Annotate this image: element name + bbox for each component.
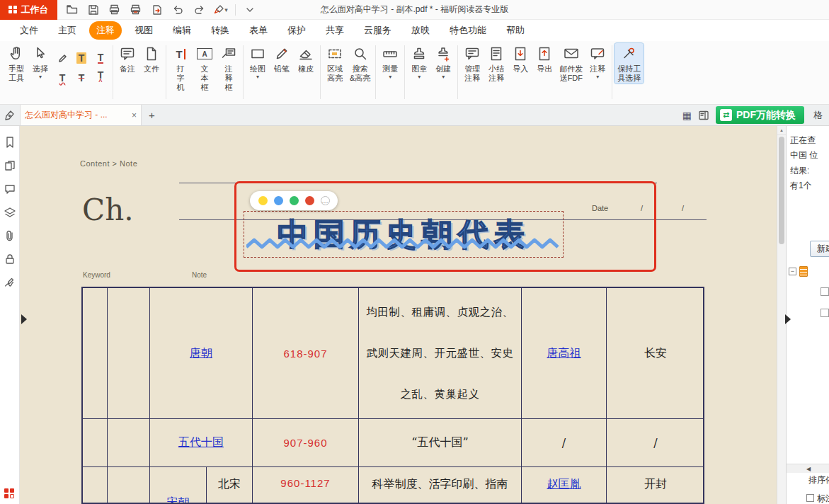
founder-link[interactable]: 赵匡胤 xyxy=(547,477,581,492)
thumbnail-grid-icon[interactable]: ▦ xyxy=(682,110,692,121)
strikeout-text-button[interactable]: T xyxy=(73,69,90,87)
create-stamp-label: 创建 xyxy=(435,64,451,74)
result-item-checkbox[interactable] xyxy=(821,287,829,296)
menu-comment[interactable]: 注释 xyxy=(89,21,122,40)
menu-view[interactable]: 视图 xyxy=(127,21,160,40)
menu-features[interactable]: 特色功能 xyxy=(442,21,493,40)
textbox-icon: A xyxy=(197,44,212,64)
menu-home[interactable]: 主页 xyxy=(51,21,84,40)
select-tool[interactable]: 选择 ▾ xyxy=(28,43,52,81)
insert-text-button[interactable]: T^ xyxy=(92,69,109,87)
pen-nib-icon[interactable] xyxy=(4,110,16,121)
annotation-panel-icon[interactable] xyxy=(698,110,709,121)
eraser-tool[interactable]: 橡皮 xyxy=(294,43,318,74)
customize-toolbar-button[interactable] xyxy=(241,1,259,18)
security-lock-icon[interactable] xyxy=(4,253,16,265)
yellow-color-dot[interactable] xyxy=(258,196,268,205)
redo-button[interactable] xyxy=(190,1,209,18)
menu-help[interactable]: 帮助 xyxy=(499,21,532,40)
workspace-button[interactable]: 工作台 xyxy=(0,0,57,20)
pencil-tool[interactable]: 铅笔 xyxy=(270,43,294,74)
scrollbar-thumb[interactable] xyxy=(779,137,784,244)
filter-checkbox[interactable] xyxy=(806,494,814,502)
menu-file[interactable]: 文件 xyxy=(13,21,45,40)
print-button[interactable] xyxy=(105,1,124,18)
tab-close-icon[interactable]: × xyxy=(132,110,137,120)
manage-comments-tool[interactable]: 管理 注释 xyxy=(460,43,484,84)
pages-icon[interactable] xyxy=(4,159,16,172)
textbox-tool[interactable]: A 文 本 框 xyxy=(193,43,217,93)
create-stamp-tool[interactable]: 创建 ▾ xyxy=(431,43,455,81)
result-document-icon[interactable] xyxy=(799,266,808,277)
comments-icon[interactable] xyxy=(4,183,16,195)
keep-tool-selected-toggle[interactable]: 保持工 具选择 xyxy=(614,43,644,84)
drawing-tool[interactable]: 绘图 ▾ xyxy=(246,43,270,81)
typewriter-tool[interactable]: T 打 字 机 xyxy=(168,43,193,93)
promo-grid-icon[interactable] xyxy=(4,488,15,499)
menu-edit[interactable]: 编辑 xyxy=(166,21,198,40)
menu-convert[interactable]: 转换 xyxy=(204,21,236,40)
measure-tool[interactable]: 测量 ▾ xyxy=(378,43,402,81)
founder-link[interactable]: 唐高祖 xyxy=(547,346,581,361)
area-highlight-tool[interactable]: 区域 高亮 xyxy=(323,43,347,84)
document-tab[interactable]: 怎么面对高中学习 - ... × xyxy=(20,105,142,125)
menu-cloud[interactable]: 云服务 xyxy=(357,21,399,40)
underline-text-button[interactable]: T xyxy=(92,49,109,67)
headline-selection-box[interactable]: 中国历史朝代表 xyxy=(244,211,564,258)
export-comments-label: 导出 xyxy=(537,64,552,74)
tree-expander-icon[interactable]: − xyxy=(789,268,796,275)
more-colors-icon[interactable]: … xyxy=(321,196,330,205)
new-search-button[interactable]: 新建 xyxy=(810,241,829,257)
menu-present[interactable]: 放映 xyxy=(404,21,437,40)
squiggly-text-button[interactable]: T xyxy=(54,69,71,87)
result-item-checkbox[interactable] xyxy=(821,309,829,317)
highlight-pencil-button[interactable] xyxy=(54,49,71,67)
export-comments-tool[interactable]: 导出 xyxy=(532,43,556,74)
menu-protect[interactable]: 保护 xyxy=(280,21,313,40)
comments-dropdown-tool[interactable]: 注释 ▾ xyxy=(585,43,610,81)
scroll-left-icon[interactable]: ◀ xyxy=(806,466,811,472)
menu-form[interactable]: 表单 xyxy=(242,21,275,40)
right-panel-collapse-handle[interactable] xyxy=(785,314,791,324)
highlight-text-button[interactable]: T xyxy=(73,49,90,67)
blue-color-dot[interactable] xyxy=(274,196,283,205)
quick-print-button[interactable] xyxy=(127,1,145,18)
file-icon xyxy=(143,44,160,64)
format-panel-tab-partial[interactable]: 格 xyxy=(813,109,829,122)
file-attach-tool[interactable]: 文件 xyxy=(139,43,164,74)
attachment-icon[interactable] xyxy=(4,229,16,242)
callout-tool[interactable]: 注 释 框 xyxy=(217,43,241,93)
new-tab-button[interactable]: + xyxy=(149,109,155,121)
menu-share[interactable]: 共享 xyxy=(319,21,351,40)
left-panel-expand-handle[interactable] xyxy=(21,314,27,324)
bookmark-icon[interactable] xyxy=(4,136,16,149)
email-fdf-tool[interactable]: 邮件发 送FDF xyxy=(556,43,585,84)
title-bar: 怎么面对高中学习 - 副本.pdf * - 福昕阅读器专业版 工作台 ▾ xyxy=(0,0,829,20)
table-cell-note: 均田制、租庸调、贞观之治、武则天建周、开元盛世、安史之乱、黄巢起义 xyxy=(359,288,522,419)
note-tool[interactable]: 备注 xyxy=(115,43,139,74)
import-comments-tool[interactable]: 导入 xyxy=(508,43,532,74)
dynasty-link[interactable]: 五代十国 xyxy=(178,435,224,450)
panel-horizontal-scrollbar[interactable]: ◀ xyxy=(787,464,829,473)
share-button[interactable] xyxy=(148,1,166,18)
format-brush-button[interactable]: ▾ xyxy=(212,1,230,18)
stamp-tool[interactable]: 图章 ▾ xyxy=(407,43,431,81)
dynasty-link[interactable]: 宋朝 xyxy=(167,496,190,504)
green-color-dot[interactable] xyxy=(290,196,299,205)
layers-icon[interactable] xyxy=(4,206,16,219)
open-file-button[interactable] xyxy=(63,1,81,18)
scroll-up-icon[interactable]: ▴ xyxy=(777,126,786,135)
summarize-comments-tool[interactable]: 小结 注释 xyxy=(484,43,508,84)
search-highlight-tool[interactable]: 搜索 &高亮 xyxy=(347,43,373,84)
dynasty-link[interactable]: 唐朝 xyxy=(190,346,212,361)
signature-icon[interactable] xyxy=(4,276,16,289)
pdf-page[interactable]: Content > Note Ch. Date / / … 中国历史朝代表 Ke… xyxy=(20,126,777,504)
hand-tool[interactable]: 手型 工具 xyxy=(4,43,28,84)
pdf-convert-button[interactable]: ⇄ PDF万能转换 xyxy=(716,106,804,124)
sort-by-label[interactable]: 排序依 xyxy=(808,474,829,486)
red-color-dot[interactable] xyxy=(305,196,314,205)
undo-button[interactable] xyxy=(169,1,188,18)
ribbon-divider xyxy=(457,45,458,99)
breadcrumb: Content > Note xyxy=(80,159,137,168)
save-button[interactable] xyxy=(84,1,103,18)
